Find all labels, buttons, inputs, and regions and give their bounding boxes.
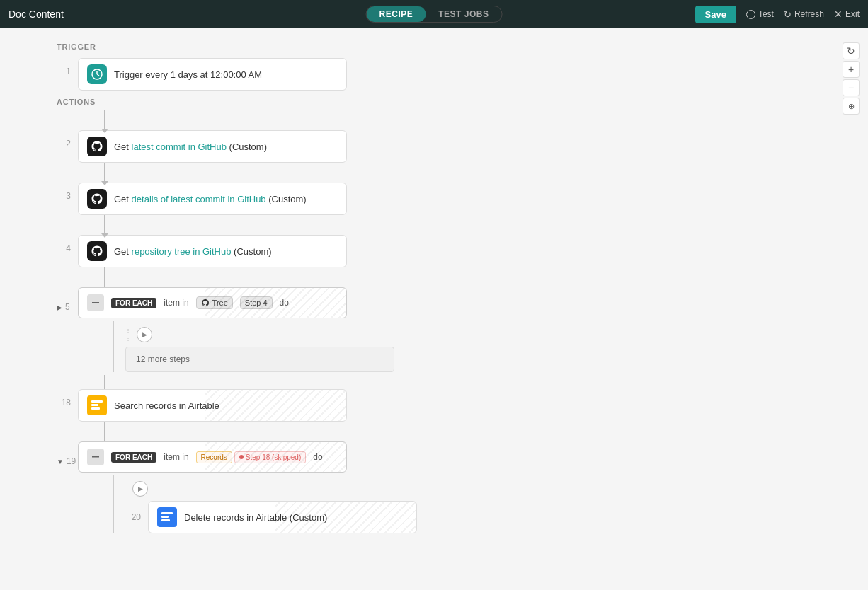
drag-handle-icon[interactable]: ⋮ ⋮ xyxy=(125,328,131,342)
connector-18-19 xyxy=(104,422,826,441)
exit-button[interactable]: ✕ Exit xyxy=(834,8,860,20)
step-1-text: Trigger every 1 days at 12:00:00 AM xyxy=(114,69,262,80)
step-18-text: Search records in Airtable xyxy=(114,400,219,411)
foreach-pill-5: Tree xyxy=(196,296,233,309)
step-row-3: 3 Get details of latest commit in GitHub… xyxy=(57,183,826,215)
foreach-inner-content-5: ⋮ ⋮ ▶ 12 more steps xyxy=(125,321,394,372)
foreach-pills-19: Records Step 18 (skipped) xyxy=(196,451,307,463)
foreach-do-5: do xyxy=(280,298,289,308)
tab-test-jobs[interactable]: TEST JOBS xyxy=(426,6,501,22)
step-row-19: ▼ 19 FOR EACH item in Records Step 18 (s… xyxy=(57,441,826,473)
svg-rect-12 xyxy=(161,519,170,521)
trigger-label: TRIGGER xyxy=(57,42,826,51)
exit-icon: ✕ xyxy=(834,8,843,20)
foreach-collapse-icon-5[interactable] xyxy=(87,294,104,311)
foreach-inner-line-19 xyxy=(113,475,114,533)
tab-switcher: RECIPE TEST JOBS xyxy=(366,6,503,23)
connector-3-4 xyxy=(104,215,826,235)
foreach-do-19: do xyxy=(313,452,322,462)
step-row-1: 1 Trigger every 1 days at 12:00:00 AM xyxy=(57,58,826,91)
foreach-badge-19: FOR EACH xyxy=(111,452,156,463)
step-block-19[interactable]: FOR EACH item in Records Step 18 (skippe… xyxy=(78,441,347,473)
svg-line-2 xyxy=(97,74,99,76)
foreach-inner-line-5 xyxy=(113,321,114,372)
connector-4-5 xyxy=(104,267,826,287)
trigger-section: TRIGGER 1 Trigger every 1 days at 12:00:… xyxy=(57,42,826,91)
step-block-2[interactable]: Get latest commit in GitHub (Custom) xyxy=(78,130,347,163)
tab-recipe[interactable]: RECIPE xyxy=(367,6,426,22)
step-number-1: 1 xyxy=(57,66,78,76)
svg-rect-6 xyxy=(91,404,98,406)
step-block-3[interactable]: Get details of latest commit in GitHub (… xyxy=(78,183,347,215)
foreach-toggle-19[interactable]: ▼ xyxy=(57,458,64,465)
step-row-2: 2 Get latest commit in GitHub (Custom) xyxy=(57,130,826,163)
step-number-4: 4 xyxy=(57,243,78,253)
svg-rect-3 xyxy=(92,302,99,303)
step-block-4[interactable]: Get repository tree in GitHub (Custom) xyxy=(78,235,347,267)
step-4-link[interactable]: repository tree in GitHub xyxy=(132,246,232,257)
foreach-item-in-5: item in xyxy=(164,298,188,308)
step-2-link[interactable]: latest commit in GitHub xyxy=(132,141,227,152)
step-number-18: 18 xyxy=(57,398,78,407)
step-row-20: 20 Delete records in Airtable (Custom) xyxy=(127,501,417,533)
airtable-icon-18 xyxy=(87,395,107,415)
foreach-item-in-19: item in xyxy=(164,452,188,462)
zoom-reset-button[interactable]: ⊕ xyxy=(843,98,860,115)
step-row-4: 4 Get repository tree in GitHub (Custom) xyxy=(57,235,826,267)
zoom-refresh-button[interactable]: ↻ xyxy=(843,42,860,59)
refresh-icon: ↻ xyxy=(784,9,792,20)
foreach-inner-content-19: ▶ 20 xyxy=(114,475,417,533)
actions-section: ACTIONS 2 Get latest commit in GitHub (C… xyxy=(57,98,826,533)
step-row-18: 18 Search records in Airtable xyxy=(57,389,826,422)
connector-1-2 xyxy=(104,110,826,130)
more-steps-block: 12 more steps xyxy=(125,347,394,372)
svg-rect-10 xyxy=(161,512,173,514)
foreach-toggle-5[interactable]: ▶ xyxy=(57,303,62,311)
github-icon-4 xyxy=(87,241,107,261)
foreach-collapse-icon-19[interactable] xyxy=(87,449,104,465)
save-button[interactable]: Save xyxy=(695,6,736,23)
recipe-canvas: ↻ + − ⊕ TRIGGER 1 Trigger every 1 days a… xyxy=(0,28,868,590)
step-number-5: ▶ 5 xyxy=(57,302,78,312)
step-block-5[interactable]: FOR EACH item in Tree Step 4 do xyxy=(78,287,347,318)
zoom-in-button[interactable]: + xyxy=(843,61,860,78)
actions-label: ACTIONS xyxy=(57,98,826,106)
step-number-19: ▼ 19 xyxy=(57,456,78,466)
clock-icon xyxy=(87,64,107,84)
step-block-1[interactable]: Trigger every 1 days at 12:00:00 AM xyxy=(78,58,347,91)
step-3-text: Get details of latest commit in GitHub (… xyxy=(114,194,307,204)
refresh-button[interactable]: ↻ Refresh xyxy=(784,9,824,20)
step-3-link[interactable]: details of latest commit in GitHub xyxy=(132,194,266,204)
svg-rect-7 xyxy=(91,407,100,410)
step-4-text: Get repository tree in GitHub (Custom) xyxy=(114,246,272,257)
skipped-pill-19: Step 18 (skipped) xyxy=(234,451,306,463)
topbar-actions: Save Test ↻ Refresh ✕ Exit xyxy=(695,6,860,23)
svg-rect-11 xyxy=(161,516,169,518)
step-20-text: Delete records in Airtable (Custom) xyxy=(184,512,327,523)
svg-rect-5 xyxy=(91,400,103,403)
svg-rect-8 xyxy=(92,456,99,458)
step-number-2: 2 xyxy=(57,139,78,149)
step-row-5: ▶ 5 FOR EACH item in Tree Step 4 do xyxy=(57,287,826,318)
test-button[interactable]: Test xyxy=(746,9,774,19)
inner-arrow-19: ▶ xyxy=(132,481,417,497)
zoom-out-button[interactable]: − xyxy=(843,79,860,96)
airtable-icon-20 xyxy=(157,507,177,527)
foreach-badge-5: FOR EACH xyxy=(111,298,156,308)
foreach-inner-5: ⋮ ⋮ ▶ 12 more steps xyxy=(104,321,826,372)
connector-2-3 xyxy=(104,163,826,183)
step-block-18[interactable]: Search records in Airtable xyxy=(78,389,347,422)
topbar: Doc Content RECIPE TEST JOBS Save Test ↻… xyxy=(0,0,868,28)
app-title: Doc Content xyxy=(8,8,64,20)
drag-handle-area: ⋮ ⋮ ▶ xyxy=(125,327,394,342)
inner-arrow-icon: ▶ xyxy=(137,327,152,342)
records-pill-19: Records xyxy=(196,451,232,463)
step-2-text: Get latest commit in GitHub (Custom) xyxy=(114,141,267,152)
skipped-dot xyxy=(239,455,244,459)
connector-5-18 xyxy=(104,375,826,389)
test-icon xyxy=(746,10,755,19)
foreach-step-pill-5: Step 4 xyxy=(240,296,273,309)
github-icon-3 xyxy=(87,189,107,209)
step-block-20[interactable]: Delete records in Airtable (Custom) xyxy=(148,501,417,533)
foreach-inner-19: ▶ 20 xyxy=(104,475,826,533)
